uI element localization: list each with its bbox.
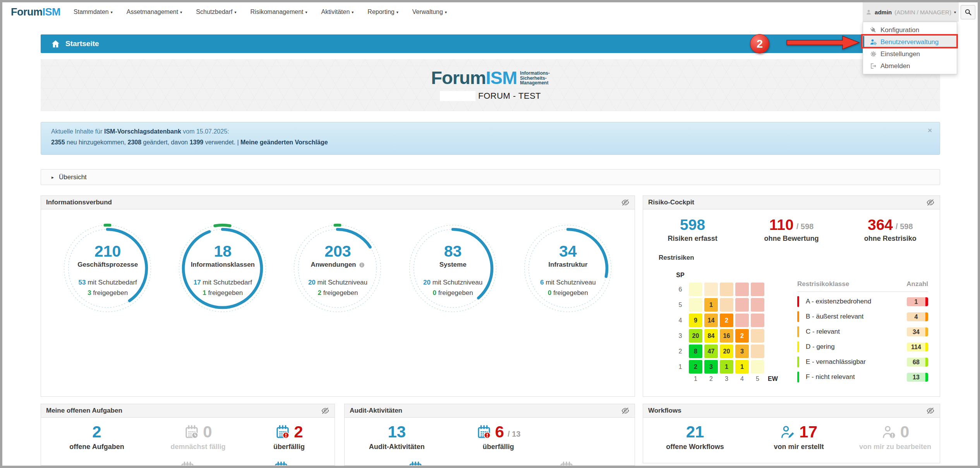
panel-informationsverbund: Informationsverbund 210Geschäftsprozesse… (41, 195, 635, 397)
stat-offene-workflows[interactable]: 21offene Workflows (643, 423, 747, 451)
stat-berf-llig[interactable]: 2überfällig (244, 423, 335, 451)
chevron-down-icon: ▾ (445, 10, 447, 14)
legend-row: A - existenzbedrohend1 (797, 296, 928, 307)
stat-audit-aktivit-ten[interactable]: 13Audit-Aktivitäten (345, 423, 449, 451)
legend-header-class: Restrisikoklasse (797, 280, 849, 288)
close-icon[interactable]: × (928, 126, 932, 135)
gauge-informationsklassen[interactable]: 18Informationsklassen17 mit Schutzbedarf… (174, 220, 271, 317)
matrix-cell (751, 298, 764, 312)
eye-slash-icon[interactable] (926, 198, 935, 207)
stat-berf-llig[interactable]: 6/ 13überfällig (449, 423, 548, 451)
user-menu-trigger[interactable]: admin (ADMIN / MANAGER) ▾ (863, 2, 959, 22)
chevron-down-icon: ▾ (180, 10, 182, 14)
brand-tagline: Informations- Sicherheits- Management (520, 71, 550, 86)
calendar-alert-icon (408, 461, 423, 466)
gauge-label: Systeme (439, 261, 467, 269)
matrix-cell (751, 360, 764, 374)
stat-demn-chst-f-llig[interactable]: 0demnächst fällig (153, 423, 244, 451)
gear-icon (870, 50, 877, 58)
caret-right-icon: ▸ (51, 175, 54, 180)
eye-slash-icon[interactable] (926, 406, 935, 415)
nav-item-aktivit-ten[interactable]: Aktivitäten▾ (321, 9, 354, 15)
stat-von-mir-erstellt[interactable]: 17von mir erstellt (747, 423, 851, 451)
redacted-label (440, 91, 475, 101)
matrix-cell: 8 (689, 345, 702, 358)
gauge-value: 203 (324, 243, 351, 260)
nav-item-stammdaten[interactable]: Stammdaten▾ (74, 9, 113, 15)
risk-stat-ohne-bewertung[interactable]: 110/ 598ohne Bewertung (742, 217, 841, 243)
matrix-cell: 3 (735, 345, 749, 358)
banner-link-db[interactable]: ISM-Vorschlagsdatenbank (104, 128, 181, 135)
risk-stat-risiken-erfasst[interactable]: 598Risiken erfasst (643, 217, 742, 243)
search-button[interactable] (961, 5, 975, 19)
gauge-value: 83 (444, 243, 462, 260)
gauge-systeme[interactable]: 83Systeme20 mit Schutzniveau0 freigegebe… (405, 220, 501, 317)
stat-offene-aufgaben[interactable]: 2offene Aufgaben (41, 423, 153, 451)
nav-item-verwaltung[interactable]: Verwaltung▾ (412, 9, 447, 15)
matrix-cell: 84 (704, 329, 718, 343)
user-roles: (ADMIN / MANAGER) (894, 9, 951, 15)
gauge-infrastruktur[interactable]: 34Infrastruktur6 mit Schutzniveau0 freig… (520, 220, 616, 317)
matrix-cell: 16 (720, 329, 733, 343)
matrix-cell (735, 283, 749, 296)
gauge-anwendungen[interactable]: 203Anwendungen20 mit Schutzniveau2 freig… (289, 220, 386, 317)
matrix-col-label: 4 (735, 375, 749, 382)
menu-item-abmelden[interactable]: Abmelden (863, 60, 957, 72)
menu-item-einstellungen[interactable]: Einstellungen (863, 48, 957, 60)
gauge-label: Geschäftsprozesse (77, 261, 138, 269)
gauge-value: 18 (214, 243, 232, 260)
calendar-clock-icon (559, 461, 574, 466)
matrix-cell: 2 (689, 360, 702, 374)
home-icon (51, 39, 60, 49)
info-icon (359, 262, 365, 268)
matrix-col-label: 3 (720, 375, 733, 382)
y-axis-label: SP (676, 272, 685, 279)
stat-von-mir-zu-bearbeiten[interactable]: 0von mir zu bearbeiten (851, 423, 940, 451)
calendar-alert-icon (275, 424, 290, 440)
matrix-cell (720, 298, 733, 312)
chevron-down-icon: ▾ (396, 10, 398, 14)
app-logo[interactable]: ForumISM (11, 6, 60, 18)
annotation-step-badge: 2 (750, 34, 769, 53)
matrix-cell: 1 (704, 298, 718, 312)
matrix-row-label: 3 (676, 333, 685, 339)
gauge-label: Anwendungen (311, 261, 365, 269)
gauge-label: Infrastruktur (548, 261, 587, 269)
matrix-row-label: 6 (676, 286, 685, 293)
panel-workflows: Workflows21offene Workflows17von mir ers… (643, 404, 940, 463)
eye-slash-icon[interactable] (321, 406, 330, 415)
risk-stat-ohne-restrisiko[interactable]: 364/ 598ohne Restrisiko (841, 217, 940, 243)
eye-slash-icon[interactable] (621, 406, 630, 415)
gauge-value: 210 (94, 243, 121, 260)
panel-risiko-cockpit: Risiko-Cockpit 598Risiken erfasst110/ 59… (643, 195, 940, 397)
overview-collapse-bar[interactable]: ▸ Übersicht (41, 169, 940, 185)
panel-audit-aktivit-ten: Audit-Aktivitäten13Audit-Aktivitäten6/ 1… (344, 404, 635, 466)
nav-item-reporting[interactable]: Reporting▾ (367, 9, 398, 15)
matrix-cell: 47 (704, 345, 718, 358)
risk-legend: Restrisikoklasse Anzahl A - existenzbedr… (797, 280, 928, 382)
annotation-arrow (786, 35, 860, 50)
annotation-highlight-box (861, 34, 958, 48)
info-banner: Aktuelle Inhalte für ISM-Vorschlagsdaten… (41, 122, 940, 155)
matrix-row-label: 1 (676, 363, 685, 370)
legend-row: B - äußerst relevant4 (797, 311, 928, 322)
risk-legend-rows: A - existenzbedrohend1B - äußerst releva… (797, 296, 928, 382)
legend-color-bar (797, 311, 799, 322)
legend-count-badge: 34 (907, 327, 928, 336)
top-navbar: ForumISM Stammdaten▾Assetmanagement▾Schu… (2, 2, 978, 22)
gauge-value: 34 (559, 243, 577, 260)
user-icon (865, 9, 872, 15)
nav-item-assetmanagement[interactable]: Assetmanagement▾ (127, 9, 182, 15)
eye-slash-icon[interactable] (621, 198, 630, 207)
matrix-cell: 20 (720, 345, 733, 358)
legend-row: F - nicht relevant13 (797, 372, 928, 382)
nav-item-schutzbedarf[interactable]: Schutzbedarf▾ (196, 9, 236, 15)
matrix-col-label: 2 (704, 375, 718, 382)
calendar-alert-icon (476, 424, 492, 440)
matrix-cell (751, 314, 764, 327)
legend-count-badge: 4 (907, 312, 928, 321)
banner-link-proposals[interactable]: Meine geänderten Vorschläge (240, 139, 328, 146)
user-alert-icon (881, 424, 897, 440)
gauge-gesch-ftsprozesse[interactable]: 210Geschäftsprozesse53 mit Schutzbedarf3… (59, 220, 156, 317)
nav-item-risikomanagement[interactable]: Risikomanagement▾ (251, 9, 307, 15)
